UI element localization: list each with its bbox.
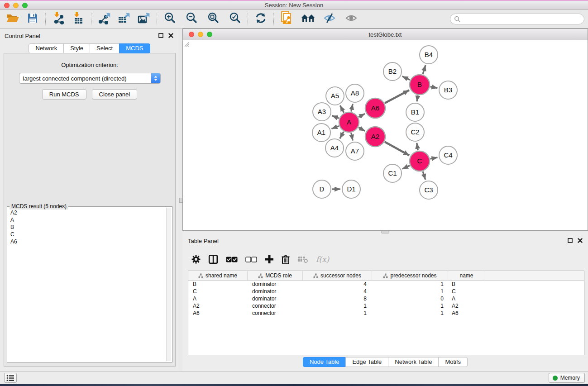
- run-mcds-button[interactable]: Run MCDS: [42, 89, 86, 100]
- network-edge-A-A8[interactable]: [351, 104, 353, 112]
- optimization-criterion-select[interactable]: largest connected component (directed): [19, 73, 161, 84]
- svg-text:A5: A5: [331, 92, 339, 100]
- network-node-B2[interactable]: B2: [383, 62, 402, 81]
- export-table-button[interactable]: [116, 11, 132, 27]
- memory-button[interactable]: Memory: [549, 373, 585, 383]
- network-node-D1[interactable]: D1: [342, 180, 360, 198]
- network-edge-A-A1[interactable]: [331, 126, 339, 129]
- table-row[interactable]: Cdominator41C: [188, 288, 584, 295]
- network-node-A3[interactable]: A3: [313, 103, 331, 121]
- network-node-A5[interactable]: A5: [326, 87, 344, 105]
- network-edge-A6-B[interactable]: [385, 90, 409, 103]
- network-node-B1[interactable]: B1: [406, 103, 424, 121]
- new-session-from-network-button[interactable]: [278, 11, 295, 27]
- column-header-MCDS-role[interactable]: MCDS role: [248, 271, 303, 280]
- network-edge-A-A4[interactable]: [340, 132, 344, 138]
- close-table-panel-icon[interactable]: [578, 238, 583, 243]
- show-all-button[interactable]: [344, 11, 360, 27]
- network-node-C4[interactable]: C4: [439, 146, 457, 164]
- tab-select[interactable]: Select: [90, 43, 120, 53]
- table-settings-button[interactable]: [191, 255, 201, 264]
- network-node-B3[interactable]: B3: [439, 81, 457, 99]
- float-panel-icon[interactable]: [158, 33, 163, 38]
- zoom-in-button[interactable]: [162, 11, 178, 27]
- network-edge-A-A6[interactable]: [359, 114, 365, 117]
- network-node-A6[interactable]: A6: [365, 98, 385, 118]
- network-window-titlebar[interactable]: testGlobe.txt: [183, 29, 588, 40]
- window-resize-grip[interactable]: [183, 40, 189, 47]
- network-edge-B-B4[interactable]: [423, 65, 425, 74]
- checked-boxes-icon: [226, 257, 238, 262]
- network-edge-C-C2[interactable]: [417, 143, 418, 151]
- zoom-selected-button[interactable]: [227, 11, 243, 27]
- network-edge-A-A7[interactable]: [351, 133, 353, 141]
- float-table-panel-icon[interactable]: [568, 238, 573, 243]
- export-network-button[interactable]: [96, 11, 112, 27]
- mcds-result-list[interactable]: A2ABCA6: [8, 208, 166, 361]
- deselect-all-button[interactable]: [245, 257, 257, 262]
- zoom-fit-icon: [207, 12, 220, 26]
- close-panel-button[interactable]: Close panel: [92, 89, 138, 100]
- import-table-button[interactable]: [70, 11, 86, 27]
- import-network-button[interactable]: [50, 11, 67, 27]
- network-edge-A-A5[interactable]: [340, 105, 344, 113]
- network-node-A1[interactable]: A1: [312, 124, 330, 142]
- table-cell: 1: [303, 303, 372, 309]
- table-cell: C: [448, 288, 485, 295]
- hide-selected-button[interactable]: [322, 11, 338, 27]
- network-edge-A-A2[interactable]: [359, 128, 365, 131]
- network-node-A8[interactable]: A8: [346, 84, 364, 102]
- column-header-name[interactable]: name: [448, 271, 485, 280]
- network-edge-B-B2[interactable]: [402, 76, 410, 80]
- result-list-scrollbar[interactable]: [166, 208, 171, 361]
- close-panel-icon[interactable]: [168, 33, 173, 38]
- network-node-D[interactable]: D: [313, 180, 331, 198]
- show-column-button[interactable]: [208, 254, 218, 264]
- zoom-fit-button[interactable]: [205, 11, 221, 27]
- tab-network[interactable]: Network: [29, 43, 64, 53]
- tab-network-table[interactable]: Network Table: [388, 357, 439, 367]
- table-cell: A2: [448, 303, 485, 309]
- table-row[interactable]: A6connector11A6: [188, 310, 584, 317]
- network-edge-A-A3[interactable]: [332, 116, 339, 119]
- search-input[interactable]: [460, 14, 584, 24]
- export-image-button[interactable]: [136, 11, 152, 27]
- select-all-button[interactable]: [226, 257, 238, 262]
- table-row[interactable]: A2connector11A2: [188, 302, 584, 310]
- tab-node-table[interactable]: Node Table: [303, 357, 346, 367]
- column-header-shared-name[interactable]: shared name: [188, 271, 248, 280]
- network-edge-C-C4[interactable]: [430, 157, 438, 159]
- refresh-view-button[interactable]: [253, 11, 269, 27]
- table-row[interactable]: Adominator80A: [188, 295, 584, 302]
- network-edge-C-C1[interactable]: [402, 166, 410, 169]
- network-node-C3[interactable]: C3: [420, 181, 438, 199]
- network-node-A[interactable]: A: [339, 112, 359, 132]
- network-node-A2[interactable]: A2: [365, 127, 385, 147]
- network-node-B[interactable]: B: [410, 75, 430, 95]
- network-node-C[interactable]: C: [410, 151, 430, 171]
- column-header-predecessor-nodes[interactable]: predecessor nodes: [372, 271, 448, 280]
- network-edge-B-B1[interactable]: [417, 95, 418, 102]
- network-node-B4[interactable]: B4: [420, 46, 438, 64]
- network-canvas[interactable]: AA1A2A3A4A5A6A7A8BB1B2B3B4CC1C2C3C4DD1: [183, 40, 588, 230]
- save-session-button[interactable]: [24, 11, 41, 27]
- column-header-successor-nodes[interactable]: successor nodes: [303, 271, 372, 280]
- network-edge-B-B3[interactable]: [430, 86, 438, 88]
- open-session-button[interactable]: [5, 11, 21, 27]
- zoom-out-button[interactable]: [183, 11, 200, 27]
- network-node-C1[interactable]: C1: [383, 164, 402, 182]
- delete-column-button[interactable]: [282, 255, 290, 264]
- tab-mcds[interactable]: MCDS: [119, 43, 150, 53]
- table-row[interactable]: Bdominator41B: [188, 281, 584, 288]
- tab-edge-table[interactable]: Edge Table: [345, 357, 388, 367]
- network-node-A7[interactable]: A7: [346, 142, 364, 160]
- task-history-button[interactable]: [4, 373, 17, 383]
- tab-motifs[interactable]: Motifs: [438, 357, 468, 367]
- network-node-C2[interactable]: C2: [406, 123, 424, 141]
- home-view-button[interactable]: [300, 11, 316, 27]
- add-column-button[interactable]: [265, 255, 274, 264]
- network-edge-C-C3[interactable]: [423, 172, 425, 180]
- network-node-A4[interactable]: A4: [325, 139, 344, 157]
- tab-style[interactable]: Style: [63, 43, 90, 53]
- network-edge-A2-C[interactable]: [385, 142, 409, 156]
